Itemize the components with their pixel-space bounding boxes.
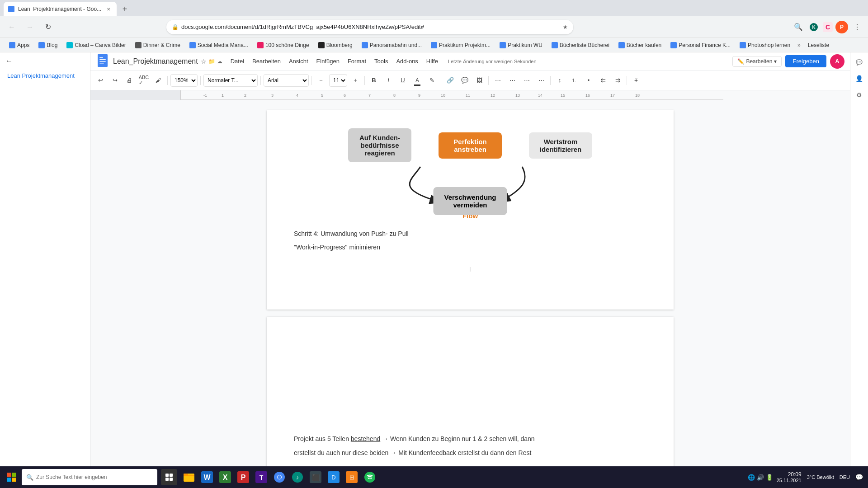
align-left-button[interactable]: ⋯ bbox=[491, 74, 504, 87]
save-to-drive-icon[interactable]: 📁 bbox=[208, 58, 215, 65]
bookmark-bucher-kaufen[interactable]: Bücher kaufen bbox=[615, 41, 665, 50]
taskbar-explorer[interactable] bbox=[181, 469, 197, 485]
extension-icon-2[interactable]: C bbox=[823, 22, 833, 32]
indent-less-button[interactable]: ⇇ bbox=[597, 74, 609, 87]
menu-datei[interactable]: Datei bbox=[227, 56, 248, 66]
edit-mode-btn[interactable]: ✏️ Bearbeiten ▾ bbox=[732, 56, 782, 67]
taskbar-powerpoint[interactable]: P bbox=[235, 469, 251, 485]
taskbar-app8[interactable]: ⬛ bbox=[307, 469, 324, 485]
comments-sidebar-btn[interactable]: 💬 bbox=[853, 56, 866, 69]
bookmark-cload[interactable]: Cload – Canva Bilder bbox=[63, 41, 129, 50]
bookmark-bucherliste[interactable]: Bücherliste Bücherei bbox=[548, 41, 613, 50]
sidebar-back-icon[interactable]: ← bbox=[5, 57, 13, 65]
chat-sidebar-btn[interactable]: 👤 bbox=[853, 72, 866, 85]
zoom-select[interactable]: 150% 100% bbox=[170, 74, 198, 87]
highlight-button[interactable]: ✎ bbox=[425, 74, 438, 87]
redo-button[interactable]: ↪ bbox=[108, 74, 121, 87]
bookmark-100[interactable]: 100 schöne Dinge bbox=[254, 41, 313, 50]
forward-button[interactable]: → bbox=[23, 20, 37, 34]
page2-content: Projekt aus 5 Teilen bestehend → Wenn Ku… bbox=[294, 335, 646, 461]
bookmark-leseliste[interactable]: Leseliste bbox=[804, 41, 833, 50]
menu-bearbeiten[interactable]: Bearbeiten bbox=[249, 56, 284, 66]
indent-more-button[interactable]: ⇉ bbox=[611, 74, 624, 87]
search-placeholder: Zur Suche Text hier eingeben bbox=[36, 474, 107, 480]
taskbar-spotify[interactable] bbox=[362, 469, 378, 485]
kaspersky-icon[interactable]: K bbox=[807, 21, 820, 33]
taskbar-app10[interactable]: ⊞ bbox=[344, 469, 360, 485]
line-spacing-button[interactable]: ↕ bbox=[553, 74, 566, 87]
print-button[interactable]: 🖨 bbox=[123, 74, 136, 87]
bookmark-apps[interactable]: Apps bbox=[5, 41, 33, 50]
taskbar-teams[interactable]: T bbox=[253, 469, 269, 485]
menu-hilfe[interactable]: Hilfe bbox=[423, 56, 442, 66]
bookmarks-more[interactable]: » bbox=[797, 42, 801, 48]
taskbar-chrome[interactable] bbox=[271, 469, 288, 485]
taskbar-word[interactable]: W bbox=[199, 469, 215, 485]
bookmark-wu[interactable]: Praktikum WU bbox=[496, 41, 546, 50]
box2-line2: anstreben bbox=[448, 145, 493, 153]
bookmark-panorama[interactable]: Panoramabahn und... bbox=[358, 41, 425, 50]
sidebar-item-lean[interactable]: Lean Projektmanagement bbox=[0, 70, 90, 82]
font-size-decrease[interactable]: − bbox=[315, 74, 327, 87]
bookmark-praktikum[interactable]: Praktikum Projektm... bbox=[427, 41, 494, 50]
share-button[interactable]: Freigeben bbox=[785, 55, 826, 67]
menu-format[interactable]: Format bbox=[344, 56, 370, 66]
refresh-button[interactable]: ↻ bbox=[41, 20, 55, 34]
clear-format-button[interactable]: T bbox=[630, 74, 642, 87]
menu-ansicht[interactable]: Ansicht bbox=[285, 56, 312, 66]
comment-button[interactable]: 💬 bbox=[458, 74, 471, 87]
start-button[interactable] bbox=[4, 469, 20, 485]
user-avatar[interactable]: A bbox=[830, 54, 844, 69]
svg-text:⊞: ⊞ bbox=[349, 474, 354, 481]
document-page-2: Projekt aus 5 Teilen bestehend → Wenn Ku… bbox=[267, 317, 674, 472]
extension-icon-1[interactable]: 🔍 bbox=[792, 21, 805, 33]
font-select[interactable]: Arial bbox=[264, 74, 309, 87]
document-content-area[interactable]: Auf Kunden- bedürfnisse reagieren Perfek… bbox=[90, 101, 850, 488]
text-color-button[interactable]: A bbox=[411, 74, 424, 87]
address-bar[interactable]: 🔒 docs.google.com/document/d/1dRjgrRmMzT… bbox=[166, 20, 573, 34]
adjust-sidebar-btn[interactable]: ⚙ bbox=[853, 89, 866, 101]
undo-button[interactable]: ↩ bbox=[94, 74, 107, 87]
bookmark-personal-finance[interactable]: Personal Finance K... bbox=[667, 41, 734, 50]
settings-icon[interactable]: ⋮ bbox=[851, 21, 863, 33]
cloud-icon[interactable]: ☁ bbox=[217, 58, 222, 65]
italic-button[interactable]: I bbox=[382, 74, 395, 87]
font-size-select[interactable]: 11 bbox=[329, 74, 347, 87]
new-tab-button[interactable]: + bbox=[118, 3, 131, 15]
taskbar-app9[interactable]: D bbox=[326, 469, 342, 485]
toolbar-divider-5 bbox=[364, 76, 365, 85]
bullets-button[interactable]: • bbox=[582, 74, 595, 87]
spellcheck-button[interactable]: ABC✓ bbox=[137, 74, 150, 87]
tab-close-button[interactable]: ✕ bbox=[105, 5, 112, 13]
back-button[interactable]: ← bbox=[5, 20, 19, 34]
taskbar-app7[interactable]: ♪ bbox=[289, 469, 306, 485]
bookmark-dinner[interactable]: Dinner & Crime bbox=[132, 41, 184, 50]
menu-einfugen[interactable]: Einfügen bbox=[313, 56, 343, 66]
bookmark-social[interactable]: Social Media Mana... bbox=[186, 41, 252, 50]
numbering-button[interactable]: 1. bbox=[568, 74, 580, 87]
task-view-button[interactable] bbox=[161, 469, 177, 485]
bold-button[interactable]: B bbox=[368, 74, 380, 87]
menu-tools[interactable]: Tools bbox=[371, 56, 392, 66]
image-button[interactable]: 🖼 bbox=[473, 74, 486, 87]
link-button[interactable]: 🔗 bbox=[444, 74, 457, 87]
active-tab[interactable]: Lean_Projektmanagement - Goo... ✕ bbox=[4, 2, 117, 16]
paintformat-button[interactable]: 🖌 bbox=[152, 74, 165, 87]
menu-addons[interactable]: Add-ons bbox=[392, 56, 421, 66]
bookmark-blog[interactable]: Blog bbox=[35, 41, 61, 50]
notification-area[interactable]: 💬 bbox=[854, 472, 864, 483]
profile-button[interactable]: P bbox=[835, 21, 848, 33]
taskbar-excel[interactable]: X bbox=[217, 469, 233, 485]
align-right-button[interactable]: ⋯ bbox=[520, 74, 533, 87]
bookmark-favicon bbox=[362, 42, 368, 48]
bookmark-bloomberg[interactable]: Bloomberg bbox=[315, 41, 356, 50]
font-size-increase[interactable]: + bbox=[349, 74, 362, 87]
align-center-button[interactable]: ⋯ bbox=[506, 74, 519, 87]
style-select[interactable]: Normaler T... bbox=[203, 74, 258, 87]
align-justify-button[interactable]: ⋯ bbox=[535, 74, 547, 87]
taskbar-search[interactable]: 🔍 Zur Suche Text hier eingeben bbox=[22, 469, 157, 485]
star-icon[interactable]: ☆ bbox=[201, 58, 207, 65]
bookmark-photoshop[interactable]: Photoshop lernen bbox=[736, 41, 794, 50]
underline-button[interactable]: U bbox=[396, 74, 409, 87]
diagram-top-row: Auf Kunden- bedürfnisse reagieren Perfek… bbox=[348, 128, 592, 162]
